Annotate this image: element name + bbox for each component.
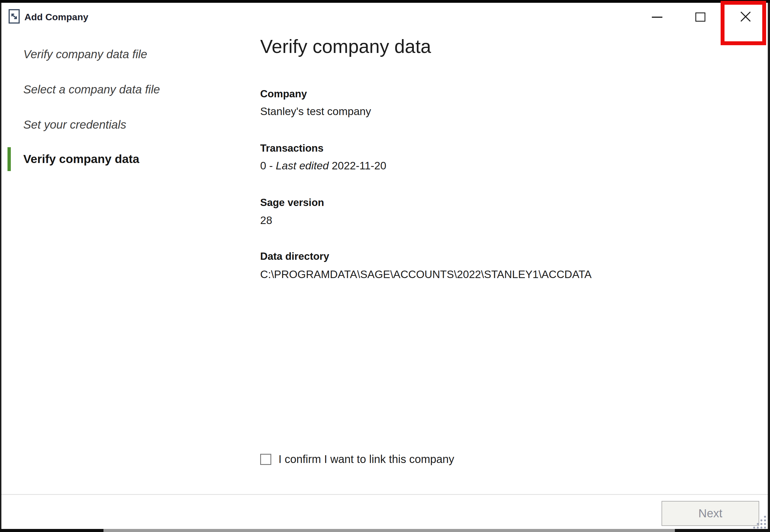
confirm-checkbox[interactable] [260, 454, 271, 465]
resize-grip[interactable] [751, 513, 767, 531]
sidebar-step-set-your-credentials: Set your credentials [23, 118, 126, 131]
company-label: Company [260, 88, 307, 100]
resize-grip-icon [751, 513, 767, 530]
sidebar-step-select-a-company-data-file: Select a company data file [23, 83, 160, 96]
minimize-button[interactable] [652, 17, 662, 18]
active-step-marker [7, 147, 11, 171]
link-arrows-icon [8, 9, 20, 25]
window-border-left [0, 3, 1, 529]
sidebar-step-verify-company-data: Verify company data [23, 152, 139, 166]
sage-version-value: 28 [260, 214, 272, 226]
sage-version-label: Sage version [260, 197, 324, 208]
page-title: Verify company data [260, 35, 431, 57]
window-border-bottom-left [0, 529, 103, 532]
window-border-right [768, 3, 770, 529]
confirm-checkbox-label[interactable]: I confirm I want to link this company [278, 453, 454, 465]
dialog-window: Add Company Verify company data file Sel… [0, 0, 770, 532]
window-border-top [0, 0, 770, 3]
data-directory-label: Data directory [260, 251, 329, 262]
window-border-bottom-middle [103, 529, 675, 532]
annotation-highlight [721, 1, 766, 45]
next-button[interactable]: Next [662, 501, 759, 526]
window-title: Add Company [24, 12, 88, 22]
confirm-checkbox-row[interactable]: I confirm I want to link this company [260, 453, 454, 465]
footer-divider [1, 494, 768, 495]
data-directory-value: C:\PROGRAMDATA\SAGE\ACCOUNTS\2022\STANLE… [260, 268, 592, 281]
maximize-button[interactable] [695, 12, 705, 22]
sidebar-step-verify-company-data-file: Verify company data file [23, 48, 147, 61]
company-value: Stanley's test company [260, 105, 371, 118]
transactions-label: Transactions [260, 142, 323, 154]
transactions-value: 0 - Last edited 2022-11-20 [260, 160, 387, 172]
